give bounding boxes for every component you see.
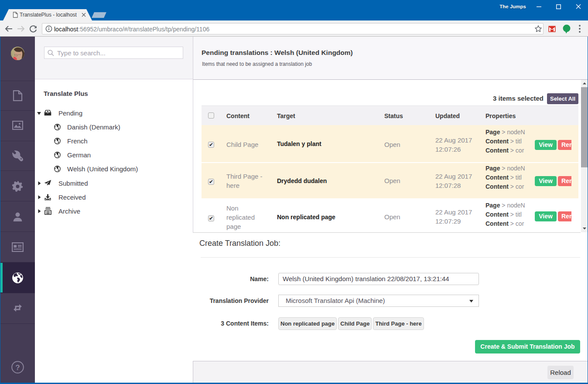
svg-text:?: ? [15,364,20,372]
